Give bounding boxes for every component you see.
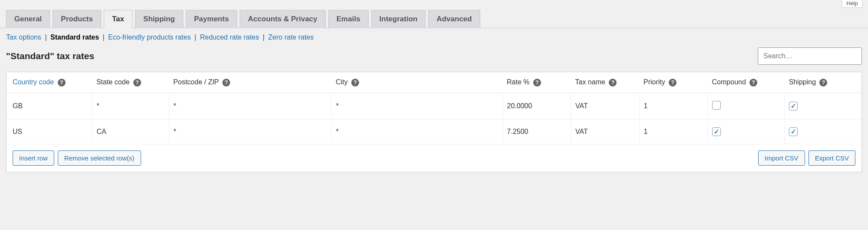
help-icon[interactable]: ? (351, 79, 359, 87)
col-taxname-header[interactable]: Tax name ? (571, 72, 640, 93)
tab-tax[interactable]: Tax (104, 10, 132, 28)
cell-city[interactable]: * (331, 93, 502, 119)
cell-compound (708, 93, 785, 119)
col-city-label: City (336, 78, 348, 86)
tab-payments[interactable]: Payments (186, 10, 237, 28)
tab-integration[interactable]: Integration (371, 10, 426, 28)
cell-shipping (785, 119, 861, 144)
help-button[interactable]: Help (842, 0, 863, 8)
col-priority-header[interactable]: Priority ? (639, 72, 708, 93)
cell-taxname[interactable]: VAT (571, 119, 640, 144)
col-city-header[interactable]: City ? (331, 72, 502, 93)
separator: | (43, 33, 49, 41)
shipping-checkbox[interactable] (789, 102, 798, 110)
cell-postcode[interactable]: * (169, 93, 331, 119)
cell-compound (708, 119, 785, 144)
subnav-tax-options[interactable]: Tax options (6, 33, 41, 41)
tab-emails[interactable]: Emails (328, 10, 369, 28)
col-rate-header[interactable]: Rate % ? (502, 72, 571, 93)
col-rate-label: Rate % (507, 78, 529, 86)
cell-priority[interactable]: 1 (639, 93, 708, 119)
subnav-reduced-rate-rates[interactable]: Reduced rate rates (200, 33, 259, 41)
compound-checkbox[interactable] (712, 127, 721, 136)
help-icon[interactable]: ? (533, 79, 541, 87)
cell-city[interactable]: * (331, 119, 502, 144)
export-csv-button[interactable]: Export CSV (809, 150, 855, 166)
help-icon[interactable]: ? (609, 79, 617, 87)
cell-taxname[interactable]: VAT (571, 93, 640, 119)
cell-state[interactable]: * (92, 93, 169, 119)
settings-tabs: GeneralProductsTaxShippingPaymentsAccoun… (0, 10, 868, 28)
table-row[interactable]: GB***20.0000VAT1 (7, 93, 861, 119)
col-country-header[interactable]: Country code ? (7, 72, 92, 93)
insert-row-button[interactable]: Insert row (13, 150, 54, 166)
table-row[interactable]: USCA**7.2500VAT1 (7, 119, 861, 144)
col-taxname-label: Tax name (575, 78, 605, 86)
page-title: "Standard" tax rates (6, 51, 94, 61)
import-csv-button[interactable]: Import CSV (758, 150, 805, 166)
col-priority-label: Priority (644, 78, 665, 86)
help-icon[interactable]: ? (819, 79, 827, 87)
subnav: Tax options | Standard rates | Eco-frien… (0, 28, 868, 47)
subnav-eco-friendly-products-rates[interactable]: Eco-friendly products rates (108, 33, 191, 41)
tab-accounts-privacy[interactable]: Accounts & Privacy (240, 10, 326, 28)
col-postcode-header[interactable]: Postcode / ZIP ? (169, 72, 331, 93)
col-compound-label: Compound (712, 78, 746, 86)
tax-rates-table: Country code ? State code ? Postcode / Z… (6, 72, 862, 172)
cell-state[interactable]: CA (92, 119, 169, 144)
cell-country[interactable]: US (7, 119, 92, 144)
cell-shipping (785, 93, 861, 119)
help-icon[interactable]: ? (58, 79, 66, 87)
col-shipping-label: Shipping (789, 78, 816, 86)
col-country-label: Country code (13, 78, 54, 86)
shipping-checkbox[interactable] (789, 127, 798, 136)
help-icon[interactable]: ? (133, 79, 141, 87)
col-state-label: State code (96, 78, 130, 86)
remove-rows-button[interactable]: Remove selected row(s) (58, 150, 141, 166)
col-postcode-label: Postcode / ZIP (173, 78, 219, 86)
cell-rate[interactable]: 7.2500 (502, 119, 571, 144)
separator: | (101, 33, 106, 41)
subnav-standard-rates: Standard rates (50, 33, 99, 41)
col-compound-header[interactable]: Compound ? (708, 72, 785, 93)
cell-rate[interactable]: 20.0000 (502, 93, 571, 119)
tab-products[interactable]: Products (53, 10, 101, 28)
search-input[interactable] (758, 47, 862, 65)
col-shipping-header[interactable]: Shipping ? (785, 72, 861, 93)
col-state-header[interactable]: State code ? (92, 72, 169, 93)
tab-shipping[interactable]: Shipping (135, 10, 183, 28)
compound-checkbox[interactable] (712, 101, 721, 110)
separator: | (192, 33, 198, 41)
cell-postcode[interactable]: * (169, 119, 331, 144)
help-icon[interactable]: ? (222, 79, 230, 87)
cell-priority[interactable]: 1 (639, 119, 708, 144)
help-icon[interactable]: ? (749, 79, 757, 87)
separator: | (261, 33, 267, 41)
help-icon[interactable]: ? (669, 79, 677, 87)
cell-country[interactable]: GB (7, 93, 92, 119)
subnav-zero-rate-rates[interactable]: Zero rate rates (268, 33, 314, 41)
tab-advanced[interactable]: Advanced (428, 10, 480, 28)
tab-general[interactable]: General (6, 10, 50, 28)
